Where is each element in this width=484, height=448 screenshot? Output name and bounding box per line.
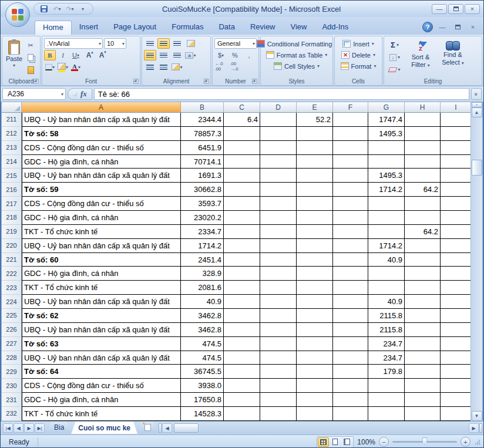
cell-e224[interactable] [297,295,333,309]
cell-c217[interactable] [224,197,260,211]
vertical-scroll-track[interactable] [472,117,482,411]
cell-b226[interactable]: 3462.8 [181,323,224,337]
row-number[interactable]: 232 [2,407,22,421]
styles-conditional-formatting-button[interactable]: Conditional Formatting▾ [263,38,331,49]
cell-d230[interactable] [260,379,297,393]
sheet-tab-cuoi-so-muc-ke[interactable]: Cuoi so muc ke [71,422,137,434]
column-header-f[interactable]: F [333,102,368,113]
cell-h216[interactable]: 64.2 [405,183,441,197]
cell-f221[interactable] [333,253,368,267]
cell-a225[interactable]: Tờ số: 62 [22,309,181,323]
prev-sheet-button[interactable]: ◀ [14,423,23,433]
cell-g222[interactable] [368,267,405,281]
cell-i222[interactable] [441,267,472,281]
cell-i230[interactable] [441,379,472,393]
cell-g227[interactable]: 234.7 [368,337,405,351]
cell-h227[interactable] [405,337,441,351]
cell-h211[interactable] [405,113,441,127]
cell-f228[interactable] [333,351,368,365]
underline-button[interactable]: U▾ [70,50,82,60]
find-select-button[interactable]: Find & Select ▾ [438,38,468,77]
cell-h231[interactable] [405,393,441,407]
cell-a211[interactable]: UBQ - Uỷ ban nhân dân cấp xã quản lý đất [22,113,181,127]
number-format-combo[interactable]: General▾ [214,38,257,49]
cell-i221[interactable] [441,253,472,267]
office-button[interactable] [5,2,30,27]
cell-b211[interactable]: 2344.4 [181,113,224,127]
cell-i225[interactable] [441,309,472,323]
cell-i218[interactable] [441,211,472,225]
cell-i211[interactable] [441,113,472,127]
cell-d220[interactable] [260,239,297,253]
cell-e225[interactable] [297,309,333,323]
cell-d227[interactable] [260,337,297,351]
cell-g221[interactable]: 40.9 [368,253,405,267]
column-header-e[interactable]: E [297,102,333,113]
workbook-minimize-button[interactable]: — [436,23,448,32]
cell-b221[interactable]: 2451.4 [181,253,224,267]
cell-e226[interactable] [297,323,333,337]
cell-c223[interactable] [224,281,260,295]
save-button[interactable] [39,4,49,14]
horizontal-split-handle[interactable] [479,423,482,433]
cell-f220[interactable] [333,239,368,253]
cell-g215[interactable]: 1495.3 [368,169,405,183]
cell-f218[interactable] [333,211,368,225]
cell-a230[interactable]: CDS - Cộng đồng dân cư - thiểu số [22,379,181,393]
cell-c215[interactable] [224,169,260,183]
cell-f226[interactable] [333,323,368,337]
insert-worksheet-tab[interactable] [137,422,157,433]
cell-g223[interactable] [368,281,405,295]
cell-d222[interactable] [260,267,297,281]
expand-formula-bar-button[interactable]: » [471,88,482,100]
styles-cell-styles-button[interactable]: Cell Styles▾ [263,60,331,72]
cell-f231[interactable] [333,393,368,407]
cell-c229[interactable] [224,365,260,379]
minimize-button[interactable]: — [432,4,447,14]
align-center-button[interactable] [157,50,170,60]
cell-g213[interactable] [368,141,405,155]
cell-b231[interactable]: 17650.8 [181,393,224,407]
cell-d221[interactable] [260,253,297,267]
row-number[interactable]: 225 [2,309,22,323]
cell-h222[interactable] [405,267,441,281]
tab-formulas[interactable]: Formulas [164,21,211,35]
select-all-button[interactable] [2,102,22,113]
redo-button[interactable]: ↷▾ [65,4,75,14]
row-number[interactable]: 213 [2,141,22,155]
cell-e228[interactable] [297,351,333,365]
cell-f219[interactable] [333,225,368,239]
cell-b214[interactable]: 70714.1 [181,155,224,169]
cell-f222[interactable] [333,267,368,281]
styles-format-as-table-button[interactable]: Format as Table▾ [263,49,331,60]
orientation-button[interactable]: ▾ [171,62,183,72]
row-number[interactable]: 217 [2,197,22,211]
cell-f214[interactable] [333,155,368,169]
cell-a217[interactable]: CDS - Cộng đồng dân cư - thiểu số [22,197,181,211]
zoom-slider[interactable] [392,441,457,443]
row-number[interactable]: 212 [2,127,22,141]
cell-a221[interactable]: Tờ số: 60 [22,253,181,267]
cell-h228[interactable] [405,351,441,365]
cell-h226[interactable] [405,323,441,337]
cell-c220[interactable] [224,239,260,253]
row-number[interactable]: 222 [2,267,22,281]
tab-home[interactable]: Home [35,21,72,35]
vertical-scrollbar[interactable]: − ▲ ▼ [470,102,482,421]
cell-i220[interactable] [441,239,472,253]
cell-h213[interactable] [405,141,441,155]
cell-e212[interactable] [297,127,333,141]
cell-i219[interactable] [441,225,472,239]
cell-a229[interactable]: Tờ số: 64 [22,365,181,379]
zoom-out-button[interactable]: − [379,437,389,447]
row-number[interactable]: 231 [2,393,22,407]
scroll-down-button[interactable]: ▼ [472,411,482,421]
cell-f230[interactable] [333,379,368,393]
row-number[interactable]: 219 [2,225,22,239]
cell-b224[interactable]: 40.9 [181,295,224,309]
vertical-split-handle[interactable]: − [472,102,482,107]
cells-format-button[interactable]: Format▾ [337,60,380,72]
cell-d223[interactable] [260,281,297,295]
cell-c228[interactable] [224,351,260,365]
cell-e220[interactable] [297,239,333,253]
